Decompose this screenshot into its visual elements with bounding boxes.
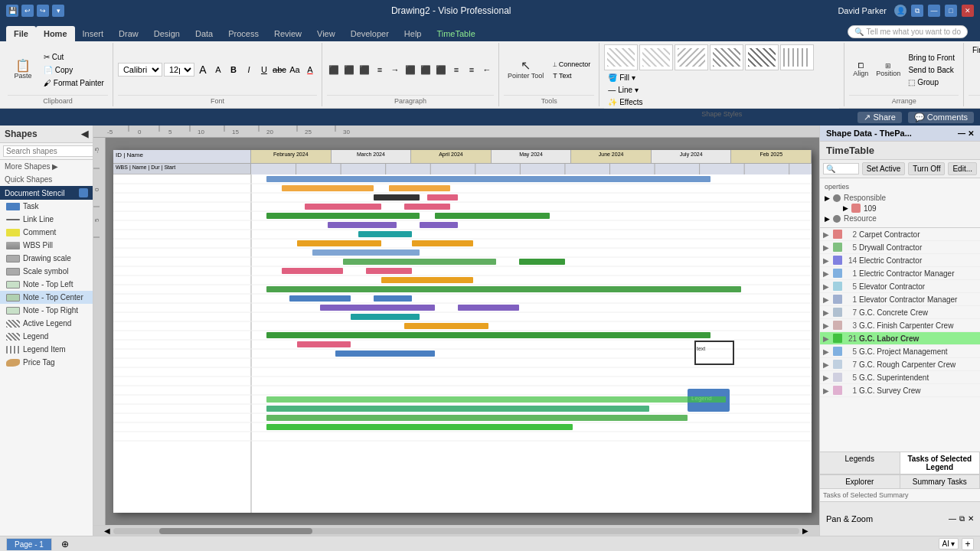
italic-button[interactable]: I <box>242 63 256 77</box>
pan-zoom-close[interactable]: ✕ <box>968 514 974 523</box>
res-expand-2[interactable]: ▶ <box>823 243 831 252</box>
shape-item-price-tag[interactable]: Price Tag <box>0 356 93 369</box>
quick-shapes-section[interactable]: Quick Shapes <box>0 173 93 186</box>
tab-draw[interactable]: Draw <box>111 26 146 41</box>
tab-data[interactable]: Data <box>188 26 220 41</box>
case-button[interactable]: Aa <box>288 63 302 77</box>
page-tab-1[interactable]: Page - 1 <box>6 538 52 550</box>
align-mid-right-button[interactable]: ⬛ <box>434 63 448 77</box>
shape-style-3[interactable] <box>675 44 708 70</box>
tab-summary-tasks[interactable]: Summary Tasks <box>900 475 981 488</box>
tab-developer[interactable]: Developer <box>343 26 397 41</box>
maximize-icon[interactable]: □ <box>945 5 957 17</box>
resource-item-electric[interactable]: ▶ 14 Electric Contractor <box>820 254 980 267</box>
paste-button[interactable]: 📋 Paste <box>8 57 38 82</box>
res-expand-5[interactable]: ▶ <box>823 282 831 291</box>
send-to-back-button[interactable]: Send to Back <box>904 64 959 76</box>
resource-item-elevator-mgr[interactable]: ▶ 1 Elevator Contractor Manager <box>820 293 980 306</box>
resource-item-elevator[interactable]: ▶ 5 Elevator Contractor <box>820 280 980 293</box>
font-color-button[interactable]: A <box>303 63 317 77</box>
shape-item-active-legend[interactable]: Active Legend <box>0 317 93 330</box>
effects-button[interactable]: ✨ Effects <box>604 96 646 108</box>
add-page-button[interactable]: ⊕ <box>58 539 72 549</box>
close-icon[interactable]: ✕ <box>962 5 974 17</box>
zoom-select[interactable]: AI ▾ <box>939 538 959 549</box>
tab-insert[interactable]: Insert <box>75 26 112 41</box>
user-avatar[interactable]: 👤 <box>894 5 906 17</box>
align-top-center-button[interactable]: ⬛ <box>342 63 356 77</box>
cut-button[interactable]: ✂ Cut <box>40 51 108 63</box>
shapes-search-input[interactable] <box>3 145 93 157</box>
shape-item-link-line[interactable]: Link Line <box>0 213 93 226</box>
font-family-select[interactable]: Calibri <box>118 63 162 77</box>
shape-item-legend-item[interactable]: Legend Item <box>0 343 93 356</box>
res-expand-10[interactable]: ▶ <box>823 347 831 356</box>
set-active-button[interactable]: Set Active <box>862 162 905 175</box>
shape-style-2[interactable] <box>639 44 673 70</box>
save-icon[interactable]: 💾 <box>6 5 18 17</box>
shape-item-drawing-scale[interactable]: Drawing scale <box>0 252 93 265</box>
tab-review[interactable]: Review <box>266 26 309 41</box>
horizontal-scrollbar[interactable]: ◀ ▶ <box>93 525 819 536</box>
shape-item-wbs[interactable]: WBS Pill <box>0 239 93 252</box>
resource-item-labor[interactable]: ▶ 21 G.C. Labor Crew <box>820 332 980 345</box>
shrink-font-button[interactable]: A <box>211 63 225 77</box>
shape-style-6[interactable] <box>780 44 814 70</box>
shape-style-1[interactable] <box>604 44 638 70</box>
expand-icon[interactable]: ▶ <box>825 194 830 202</box>
shape-item-note-top-left[interactable]: Note - Top Left <box>0 278 93 291</box>
turn-off-button[interactable]: Turn Off <box>908 162 945 175</box>
shape-style-5[interactable] <box>745 44 779 70</box>
decrease-indent-button[interactable]: ← <box>480 63 494 77</box>
scroll-right-button[interactable]: ▶ <box>802 527 808 535</box>
underline-button[interactable]: U <box>257 63 271 77</box>
redo-icon[interactable]: ↪ <box>37 5 49 17</box>
align-top-right-button[interactable]: ⬛ <box>358 63 371 77</box>
tab-legends[interactable]: Legends <box>820 452 900 474</box>
quick-access-icon[interactable]: ▾ <box>52 5 64 17</box>
tab-explorer[interactable]: Explorer <box>820 475 900 488</box>
responsible-expand[interactable]: ▶ <box>843 204 848 212</box>
shape-item-note-top-right[interactable]: Note - Top Right <box>0 304 93 317</box>
resource-item-project-mgmt[interactable]: ▶ 5 G.C. Project Management <box>820 345 980 358</box>
share-button[interactable]: ↗ Share <box>858 112 901 123</box>
more-shapes-button[interactable]: More Shapes ▶ <box>0 160 93 173</box>
connector-button[interactable]: ⟂ Connector <box>549 59 594 70</box>
res-expand-1[interactable]: ▶ <box>823 230 831 239</box>
tab-design[interactable]: Design <box>146 26 188 41</box>
res-expand-3[interactable]: ▶ <box>823 256 831 265</box>
shape-item-legend[interactable]: Legend <box>0 330 93 343</box>
shape-item-comment[interactable]: Comment <box>0 226 93 239</box>
tab-tasks-selected[interactable]: Tasks of Selected Legend <box>900 452 981 474</box>
shape-item-scale-symbol[interactable]: Scale symbol <box>0 265 93 278</box>
shape-style-4[interactable] <box>710 44 743 70</box>
resource-item-finish-carpenter[interactable]: ▶ 3 G.C. Finish Carpenter Crew <box>820 319 980 332</box>
resource-item-survey[interactable]: ▶ 1 G.C. Survey Crew <box>820 384 980 397</box>
strikethrough-button[interactable]: abc <box>273 63 286 77</box>
shape-item-task[interactable]: Task <box>0 200 93 213</box>
fill-button[interactable]: 🪣 Fill ▾ <box>604 72 639 83</box>
align-right-button[interactable]: ≡ <box>465 63 479 77</box>
resource-item-concrete[interactable]: ▶ 7 G.C. Concrete Crew <box>820 306 980 319</box>
tab-help[interactable]: Help <box>397 26 430 41</box>
shape-data-minimize-button[interactable]: — <box>958 129 965 138</box>
resource-item-superintendent[interactable]: ▶ 5 G.C. Superintendent <box>820 371 980 384</box>
res-expand-13[interactable]: ▶ <box>823 386 831 395</box>
comments-button[interactable]: 💬 Comments <box>908 112 974 123</box>
res-expand-8[interactable]: ▶ <box>823 321 831 330</box>
line-button[interactable]: — Line ▾ <box>604 84 642 96</box>
scrollbar-thumb[interactable] <box>159 528 312 534</box>
copy-button[interactable]: 📄 Copy <box>40 64 108 76</box>
align-mid-left-button[interactable]: ⬛ <box>403 63 417 77</box>
shape-item-note-top-center[interactable]: Note - Top Center <box>0 291 93 304</box>
pan-zoom-minimize[interactable]: — <box>949 514 956 523</box>
document-stencil-header[interactable]: Document Stencil <box>0 186 93 200</box>
font-size-select[interactable]: 12pt <box>164 63 194 77</box>
restore-icon[interactable]: ⧉ <box>911 5 923 17</box>
resource-item-rough-carpenter[interactable]: ▶ 7 G.C. Rough Carpenter Crew <box>820 358 980 371</box>
res-expand-7[interactable]: ▶ <box>823 308 831 317</box>
bullets-button[interactable]: ≡ <box>373 63 387 77</box>
resource-item-drywall[interactable]: ▶ 5 Drywall Contractor <box>820 241 980 254</box>
text-button[interactable]: T Text <box>549 70 594 81</box>
edit-button[interactable]: Edit... <box>948 162 977 175</box>
